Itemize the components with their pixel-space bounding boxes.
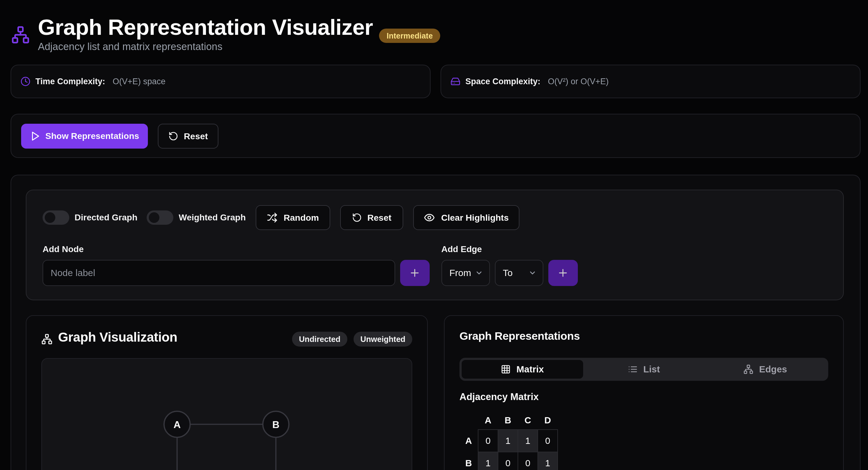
svg-text:A: A xyxy=(173,419,181,430)
svg-text:B: B xyxy=(272,419,279,430)
